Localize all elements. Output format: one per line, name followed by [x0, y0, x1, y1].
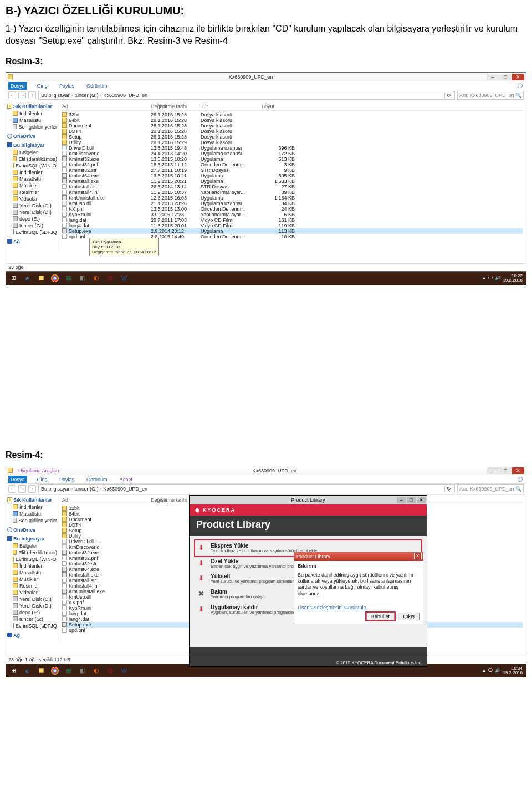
notification-close-button[interactable]: ✕	[414, 553, 422, 559]
file-row[interactable]: KmInst64.exe13.5.2015 10:21Uygulama605 K…	[62, 173, 523, 178]
breadcrumb-seg[interactable]: Kx630909_UPD_en	[104, 486, 148, 492]
file-row[interactable]: KyoRm.ini3.9.2015 17:23Yapılandırma ayar…	[62, 212, 523, 217]
nav-favorites-title[interactable]: Sık Kullanılanlar	[7, 497, 57, 503]
file-row[interactable]: 64bit28.1.2016 15:28Dosya klasörü	[62, 118, 523, 123]
minimize-button[interactable]: –	[487, 467, 499, 474]
ribbon-help-icon[interactable]: ⓘ	[518, 476, 523, 483]
taskbar-excel-icon[interactable]: ▦	[63, 666, 74, 676]
nav-back-button[interactable]: ←	[8, 485, 16, 493]
file-row[interactable]: Setup28.1.2016 15:28Dosya klasörü	[62, 134, 523, 140]
system-tray[interactable]: ▲ 🖵 🔊 10:22 19.2.2016	[482, 274, 524, 283]
nav-item[interactable]: Masaüstü	[7, 117, 57, 124]
col-type[interactable]: Tür	[201, 104, 262, 109]
start-button[interactable]: ⊞	[8, 273, 19, 283]
file-row[interactable]: lang4.dat11.8.2015 20:01Vidyo CD Filmi11…	[62, 223, 523, 228]
file-row[interactable]: KmInstall.str26.6.2014 13:14STR Dosyası2…	[62, 184, 523, 190]
taskbar-word-icon[interactable]: W	[119, 666, 130, 676]
col-size[interactable]: Boyut	[262, 104, 295, 109]
file-row[interactable]: lang.dat28.7.2011 17:03Vidyo CD Filmi161…	[62, 217, 523, 223]
breadcrumb[interactable]: Bu bilgisayar› tuncer (G:)› Kx630909_UPD…	[38, 91, 455, 100]
nav-item[interactable]: Belgeler	[7, 149, 57, 156]
file-row[interactable]: KmUninstall.exe12.6.2015 16:03Uygulama1.…	[62, 195, 523, 201]
file-row[interactable]: KX.pnf13.5.2015 13:00Önceden Derlenm...2…	[62, 206, 523, 212]
nav-item[interactable]: Yerel Disk (C:)	[7, 202, 57, 209]
refresh-icon[interactable]: ↻	[444, 93, 452, 98]
nav-up-button[interactable]: ↑	[28, 91, 36, 99]
close-button[interactable]: ✕	[512, 74, 524, 80]
tab-dosya[interactable]: Dosya	[8, 476, 27, 483]
file-row[interactable]: KmInst32.str27.7.2011 10:19STR Dosyası9 …	[62, 167, 523, 173]
file-row[interactable]: DriverDll.dll13.8.2015 19:48Uygulama uza…	[62, 145, 523, 151]
nav-item[interactable]: Yerel Disk (D:)	[7, 603, 57, 609]
tab-paylas[interactable]: Paylaş	[57, 82, 76, 90]
nav-item[interactable]: Resimler	[7, 189, 57, 196]
taskbar-firefox-icon[interactable]: ◐	[91, 666, 102, 676]
nav-item[interactable]: depo (E:)	[7, 216, 57, 222]
pl-maximize-button[interactable]: □	[407, 497, 416, 503]
file-row[interactable]: KmInstall.exe11.9.2015 20:21Uygulama1.53…	[62, 178, 523, 184]
file-row[interactable]: Utility28.1.2016 15:29Dosya klasörü	[62, 140, 523, 145]
nav-item[interactable]: Resimler	[7, 583, 57, 589]
maximize-button[interactable]: □	[499, 467, 511, 474]
pl-minimize-button[interactable]: –	[397, 497, 406, 503]
taskbar-opera-icon[interactable]: O	[105, 273, 116, 283]
nav-item[interactable]: İndirilenler	[7, 110, 57, 117]
tray-clock[interactable]: 10:24 19.2.2016	[503, 666, 523, 675]
nav-favorites-title[interactable]: Sık Kullanılanlar	[7, 104, 57, 109]
nav-item[interactable]: Masaüstü	[7, 511, 57, 517]
taskbar-opera-icon[interactable]: O	[105, 666, 116, 676]
nav-item[interactable]: Masaüstü	[7, 176, 57, 182]
taskbar-app-icon[interactable]: ◧	[77, 273, 88, 283]
accept-button[interactable]: Kabul et	[366, 613, 395, 620]
nav-item[interactable]: Masaüstü	[7, 569, 57, 576]
file-row[interactable]: KmInst32.pnf18.6.2013 11:12Önceden Derle…	[62, 162, 523, 167]
nav-item[interactable]: EvrimSQL (\\DFJQ70	[7, 229, 57, 236]
tray-clock[interactable]: 10:22 19.2.2016	[503, 274, 523, 283]
nav-item[interactable]: Videolar	[7, 589, 57, 596]
taskbar-excel-icon[interactable]: ▦	[63, 273, 74, 283]
file-row[interactable]: 32bit28.1.2016 15:28Dosya klasörü	[62, 112, 523, 118]
tray-display-icon[interactable]: 🖵	[488, 276, 493, 280]
nav-item[interactable]: Elif (derslik1moe)	[7, 549, 57, 556]
breadcrumb-seg[interactable]: tuncer (G:)	[75, 486, 99, 492]
tab-dosya[interactable]: Dosya	[8, 82, 27, 90]
pl-close-button[interactable]: ✕	[417, 497, 426, 503]
nav-item[interactable]: tuncer (G:)	[7, 616, 57, 623]
col-name[interactable]: Ad	[62, 104, 151, 109]
start-button[interactable]: ⊞	[8, 666, 19, 676]
close-button[interactable]: ✕	[512, 467, 524, 474]
file-row[interactable]: KmUsb.dll21.1.2013 23:26Uygulama uzantıs…	[62, 201, 523, 206]
nav-item[interactable]: Müzikler	[7, 182, 57, 189]
col-name[interactable]: Ad	[62, 497, 151, 503]
nav-item[interactable]: EvrimSQL (\\DFJQ70	[7, 623, 57, 629]
taskbar-chrome-icon[interactable]	[49, 666, 60, 676]
search-input[interactable]: Ara: Kx630909_UPD_en 🔍	[457, 484, 524, 493]
nav-item[interactable]: EvrimSQL (WIN-O70	[7, 556, 57, 563]
nav-item[interactable]: Videolar	[7, 196, 57, 202]
tab-giris[interactable]: Giriş	[35, 82, 50, 90]
tray-up-icon[interactable]: ▲	[482, 276, 486, 280]
col-date[interactable]: Değiştirme tarihi	[151, 104, 201, 109]
nav-item[interactable]: EvrimSQL (WIN-O70	[7, 162, 57, 169]
breadcrumb-seg[interactable]: Kx630909_UPD_en	[104, 93, 148, 98]
nav-network[interactable]: Ağ	[7, 239, 57, 244]
taskbar-ie-icon[interactable]: e	[22, 666, 33, 676]
taskbar-explorer-icon[interactable]	[35, 273, 47, 283]
nav-item[interactable]: İndirilenler	[7, 504, 57, 511]
breadcrumb-seg[interactable]: Bu bilgisayar	[41, 93, 70, 98]
nav-pc-title[interactable]: Bu bilgisayar	[7, 536, 57, 542]
tray-display-icon[interactable]: 🖵	[488, 668, 493, 673]
tray-volume-icon[interactable]: 🔊	[495, 668, 500, 673]
file-row[interactable]: KmInst32.exe13.5.2015 10:20Uygulama513 K…	[62, 156, 523, 162]
nav-pc-title[interactable]: Bu bilgisayar	[7, 142, 57, 148]
nav-item[interactable]: depo (E:)	[7, 609, 57, 616]
nav-item[interactable]: Son gidilen yerler	[7, 517, 57, 524]
taskbar-app-icon[interactable]: ◧	[77, 666, 88, 676]
nav-item[interactable]: Belgeler	[7, 543, 57, 549]
refresh-icon[interactable]: ↻	[444, 486, 452, 492]
nav-item[interactable]: İndirilenler	[7, 169, 57, 176]
nav-item[interactable]: Müzikler	[7, 576, 57, 583]
exit-button[interactable]: Çıkış	[398, 613, 420, 620]
nav-item[interactable]: tuncer (G:)	[7, 222, 57, 229]
tray-up-icon[interactable]: ▲	[482, 668, 486, 673]
